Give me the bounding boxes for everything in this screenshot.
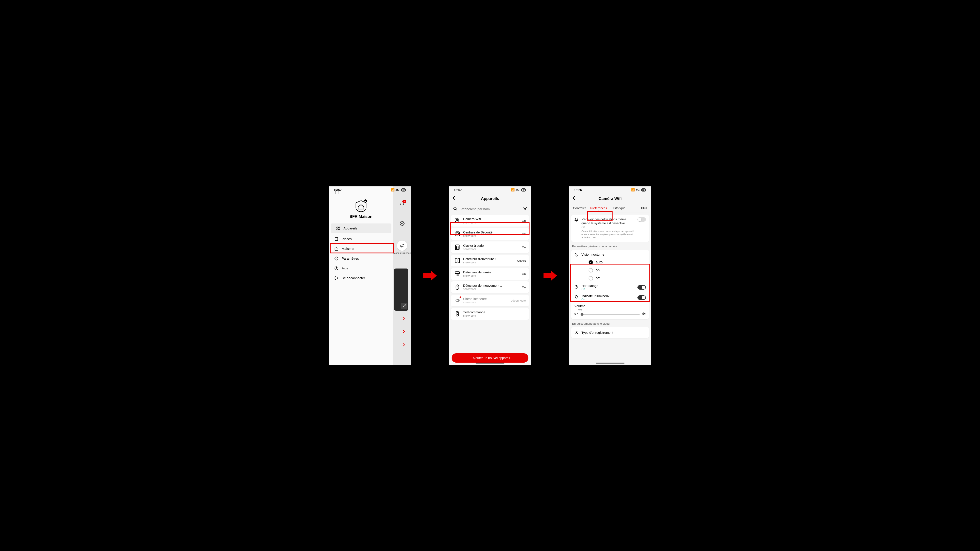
svg-rect-13 [456,233,459,235]
notification-bell[interactable]: 30 [399,202,404,207]
general-card: Vision nocturne auto on off HorodatageOn… [571,250,649,319]
svg-point-18 [458,247,458,248]
nav-item-deconnecter[interactable]: Se déconnecter [329,273,393,283]
status-time: 16:57 [454,188,462,192]
page-header: Appareils [449,194,531,204]
radio-empty-icon [589,276,593,281]
battery-level: 66 [521,188,526,192]
notification-card: Recevoir des notifications même quand le… [571,214,649,242]
radio-checked-icon [589,260,593,265]
radio-auto[interactable]: auto [589,258,646,266]
svg-point-10 [455,218,459,222]
emergency-mode-button[interactable] [397,241,407,251]
siren-icon [454,297,460,303]
svg-point-15 [457,246,457,246]
nav-label: Aide [342,266,348,270]
nav-label: Appareils [344,226,358,230]
device-name: Télécommande [463,310,523,314]
indicateur-state: On [581,298,635,301]
expand-icon[interactable] [401,303,407,309]
logout-icon [334,276,339,280]
back-button[interactable] [452,196,455,201]
device-room: showroom [463,274,519,277]
chevron-row-1[interactable] [393,311,411,325]
device-ouverture[interactable]: Détecteur d'ouverture 1showroom Ouvert [451,255,529,267]
status-right: 📶 4G 66 [391,188,406,192]
device-camera-wifi[interactable]: Caméra Wifishowroom On [451,215,529,227]
nav-label: Se déconnecter [342,276,365,280]
volume-title: Volume [574,304,646,308]
svg-point-32 [578,331,578,331]
device-list[interactable]: Caméra Wifishowroom On Centrale de Sécur… [449,214,531,351]
indicateur-toggle[interactable] [638,295,646,300]
back-button[interactable] [573,196,575,201]
emergency-mode-label: Mode d'urgence [393,252,411,254]
nav-drawer: SFR Maison Appareils Pièces Maisons Para… [329,186,393,365]
nav-item-pieces[interactable]: Pièces [329,234,393,244]
horodatage-toggle[interactable] [638,285,646,290]
nav-item-appareils[interactable]: Appareils [331,224,391,233]
status-time: 16:26 [574,188,582,192]
screen-3-preferences: 16:26 📶 4G 70 Caméra Wifi Contrôler Préf… [569,186,651,365]
svg-point-25 [457,286,458,287]
svg-point-33 [575,333,576,334]
home-indicator[interactable] [596,363,625,364]
home-indicator[interactable] [476,363,504,364]
radio-on[interactable]: on [589,266,646,274]
svg-rect-23 [455,272,460,274]
device-sirene[interactable]: Sirène intérieureshowroom déconnecté [451,295,529,306]
tab-plus[interactable]: Plus [639,204,649,213]
search-input[interactable] [460,207,520,211]
filter-icon[interactable] [523,206,527,211]
device-room: showroom [463,287,519,291]
svg-rect-14 [455,245,459,250]
signal-icon: 📶 [511,188,515,192]
nav-item-parametres[interactable]: Paramètres [329,254,393,264]
device-centrale[interactable]: Centrale de Sécuritéshowroom On [451,228,529,240]
svg-rect-26 [456,311,459,316]
keypad-icon [454,244,460,250]
page-title: Appareils [481,196,499,201]
preferences-body[interactable]: Recevoir des notifications même quand le… [569,213,651,365]
screen-1-sidebar: 16:57 📶 4G 66 30 Mode d'urgence [329,186,411,365]
svg-rect-12 [455,232,460,236]
notif-toggle[interactable] [638,217,646,222]
nav-item-aide[interactable]: Aide [329,264,393,273]
device-room: showroom [463,314,523,318]
device-mouvement[interactable]: Détecteur de mouvement 1showroom On [451,281,529,293]
status-bar: 16:57 📶 4G 66 [449,186,531,194]
device-fumee[interactable]: Détecteur de fuméeshowroom On [451,268,529,280]
volume-slider[interactable] [574,312,646,317]
chevron-row-2[interactable] [393,325,411,338]
svg-point-34 [578,333,578,334]
tab-preferences[interactable]: Préférences [588,204,609,213]
battery-level: 66 [401,188,406,192]
settings-icon[interactable] [399,221,404,227]
chevron-row-3[interactable] [393,338,411,351]
nav-item-maisons[interactable]: Maisons [329,244,393,254]
screen-2-devices: 16:57 📶 4G 66 Appareils Caméra Wifishowr… [449,186,531,365]
tab-controler[interactable]: Contrôler [571,204,588,213]
tab-bar: Contrôler Préférences Historique Plus [569,204,651,213]
svg-point-9 [453,207,456,210]
tab-historique[interactable]: Historique [609,204,628,213]
volume-row: Volume 0% [574,304,646,317]
svg-point-16 [458,246,458,246]
radio-off[interactable]: off [589,274,646,282]
search-icon[interactable] [453,206,457,212]
indicateur-title: Indicateur lumineux [581,294,635,298]
device-name: Sirène intérieure [463,297,508,301]
network-label: 4G [636,188,640,192]
svg-rect-3 [339,227,340,228]
device-room: showroom [463,234,519,237]
gear-icon [334,256,339,261]
device-telecommande[interactable]: Télécommandeshowroom [451,308,529,320]
device-status: On [522,246,526,249]
svg-rect-2 [337,227,338,228]
moon-icon [574,253,579,258]
section-cloud-label: Enregistrement dans le cloud [572,322,648,326]
add-device-button[interactable]: + Ajouter un nouvel appareil [452,353,528,363]
nav-label: Pièces [342,237,352,241]
section-general-label: Paramètres généraux de la caméra [572,245,648,248]
device-clavier[interactable]: Clavier à codeshowroom On [451,241,529,253]
